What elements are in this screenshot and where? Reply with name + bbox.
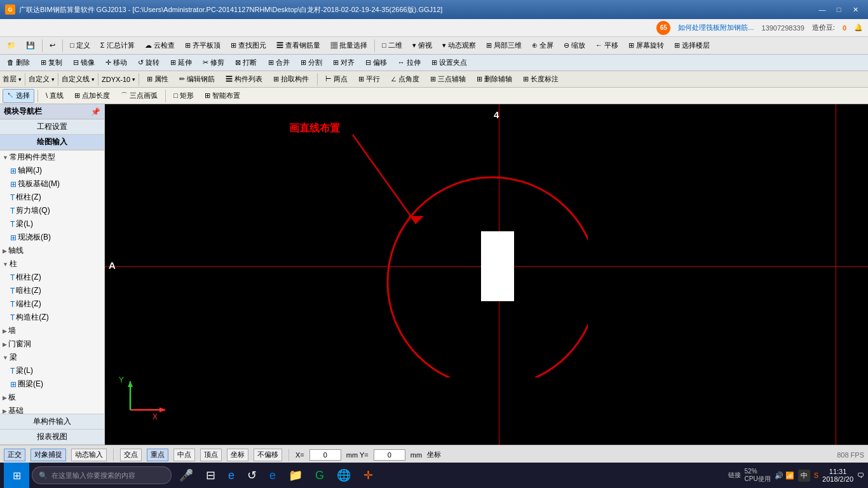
toolbar-batch-select[interactable]: ▦ 批量选择 [326, 39, 372, 53]
btn-properties[interactable]: ⊞ 属性 [142, 72, 173, 86]
btn-stretch[interactable]: ↔ 拉伸 [393, 56, 425, 70]
btn-delete[interactable]: 🗑 删除 [3, 56, 34, 70]
toolbar-define[interactable]: □ 定义 [65, 39, 95, 53]
toolbar-zoom[interactable]: ⊖ 缩放 [559, 39, 590, 53]
taskbar-folder[interactable]: 📁 [283, 464, 308, 487]
notification-text[interactable]: 如何处理筏板附加钢筋... [678, 23, 754, 32]
toolbar-calc[interactable]: Σ 汇总计算 [96, 39, 139, 53]
btn-break[interactable]: ⊠ 打断 [231, 56, 261, 70]
toolbar-fullscreen[interactable]: ⊕ 全屏 [527, 39, 558, 53]
sidebar-pin-icon[interactable]: 📌 [91, 107, 100, 116]
tree-section-wall[interactable]: ▶ 墙 [0, 324, 104, 337]
start-button[interactable]: ⊞ [4, 463, 29, 488]
toolbar-dynamic[interactable]: ▾ 动态观察 [438, 39, 480, 53]
tree-item-beam2[interactable]: T 梁(L) [0, 364, 104, 377]
btn-length-mark[interactable]: ⊞ 长度标注 [519, 72, 563, 86]
tree-item-struct-col[interactable]: T 构造柱(Z) [0, 311, 104, 324]
toolbar-rotate[interactable]: ⊞ 屏幕旋转 [624, 39, 668, 53]
btn-intersect[interactable]: 交点 [120, 449, 142, 461]
btn-draw-line[interactable]: \ 直线 [41, 89, 68, 103]
btn-select-mode[interactable]: ↖ 选择 [3, 89, 34, 103]
toolbar-local-3d[interactable]: ⊞ 局部三维 [482, 39, 526, 53]
toolbar-select-floor[interactable]: ⊞ 选择楼层 [670, 39, 714, 53]
tree-section-common[interactable]: ▼ 常用构件类型 [0, 151, 104, 164]
btn-parallel[interactable]: ⊞ 平行 [354, 72, 384, 86]
tree-section-doorwin[interactable]: ▶ 门窗洞 [0, 337, 104, 351]
taskbar-ie[interactable]: e [223, 464, 240, 487]
tree-item-hidden-col[interactable]: T 暗柱(Z) [0, 284, 104, 297]
btn-dynamic-input[interactable]: 动态输入 [71, 449, 107, 461]
btn-midpoint[interactable]: 中点 [173, 449, 195, 461]
toolbar-new[interactable]: 📁 [3, 39, 20, 53]
btn-single-component[interactable]: 单构件输入 [0, 414, 104, 430]
toolbar-save[interactable]: 💾 [22, 39, 39, 53]
bell-icon[interactable]: 🔔 [854, 24, 863, 32]
y-input[interactable] [374, 449, 405, 461]
toolbar-flat-top[interactable]: ⊞ 齐平板顶 [180, 39, 225, 53]
btn-move[interactable]: ✛ 移动 [101, 56, 132, 70]
btn-endpoint[interactable]: 重点 [147, 449, 168, 461]
toolbar-find-elem[interactable]: ⊞ 查找图元 [226, 39, 271, 53]
taskbar-app1[interactable]: ↺ [242, 464, 262, 487]
tree-section-axis[interactable]: ▶ 轴线 [0, 244, 104, 257]
tree-item-ring-beam[interactable]: ⊞ 圈梁(E) [0, 377, 104, 391]
btn-vertex[interactable]: 顶点 [200, 449, 222, 461]
btn-orthogonal[interactable]: 正交 [4, 449, 25, 461]
toolbar-undo[interactable]: ↩ [45, 39, 60, 53]
tree-item-end-col[interactable]: T 端柱(Z) [0, 297, 104, 311]
btn-rotate[interactable]: ↺ 旋转 [133, 56, 164, 70]
tree-section-slab[interactable]: ▶ 板 [0, 391, 104, 404]
tree-section-beam[interactable]: ▼ 梁 [0, 351, 104, 364]
btn-edit-rebar[interactable]: ✏ 编辑钢筋 [175, 72, 219, 86]
canvas-area[interactable]: 画直线布置 4 A X Y [105, 104, 868, 445]
tree-item-axis-network[interactable]: ⊞ 轴网(J) [0, 164, 104, 177]
toolbar-cloud-check[interactable]: ☁ 云检查 [140, 39, 179, 53]
btn-pick-component[interactable]: ⊞ 抬取构件 [269, 72, 313, 86]
btn-trim[interactable]: ✂ 修剪 [198, 56, 229, 70]
btn-no-offset[interactable]: 不偏移 [254, 449, 282, 461]
btn-report-view[interactable]: 报表视图 [0, 430, 104, 445]
btn-align[interactable]: ⊞ 对齐 [329, 56, 359, 70]
taskbar-edge[interactable]: e [264, 464, 281, 487]
tree-item-frame-col[interactable]: T 框柱(Z) [0, 191, 104, 204]
tree-item-beam[interactable]: T 梁(L) [0, 217, 104, 231]
btn-coord[interactable]: 坐标 [227, 449, 248, 461]
btn-split[interactable]: ⊞ 分割 [296, 56, 327, 70]
btn-three-pt-axis[interactable]: ⊞ 三点辅轴 [426, 72, 470, 86]
nav-draw-input[interactable]: 绘图输入 [0, 135, 104, 150]
toolbar-pan[interactable]: ← 平移 [591, 39, 623, 53]
toolbar-view-rebar[interactable]: ☰ 查看钢筋量 [272, 39, 325, 53]
btn-smart-place[interactable]: ⊞ 智能布置 [200, 89, 245, 103]
minimize-button[interactable]: — [815, 3, 830, 16]
btn-copy[interactable]: ⊞ 复制 [36, 56, 67, 70]
btn-set-grip[interactable]: ⊞ 设置夹点 [427, 56, 471, 70]
taskbar-task-view[interactable]: ⊟ [201, 464, 220, 487]
tree-section-foundation[interactable]: ▶ 基础 [0, 404, 104, 414]
tree-item-shear-wall[interactable]: T 剪力墙(Q) [0, 204, 104, 217]
taskbar-search[interactable]: 🔍 在这里输入你要搜索的内容 [32, 466, 172, 484]
btn-component-list[interactable]: ☰ 构件列表 [221, 72, 267, 86]
taskbar-ime[interactable]: 中 [798, 470, 810, 482]
nav-project-settings[interactable]: 工程设置 [0, 119, 104, 135]
btn-three-pt-arc[interactable]: ⌒ 三点画弧 [116, 89, 162, 103]
btn-merge[interactable]: ⊞ 合并 [264, 56, 294, 70]
btn-point-extend[interactable]: ⊞ 点加长度 [70, 89, 114, 103]
x-input[interactable] [309, 449, 341, 461]
close-button[interactable]: ✕ [848, 3, 863, 16]
toolbar-top-view[interactable]: ▾ 俯视 [408, 39, 437, 53]
taskbar-app2[interactable]: G [310, 464, 329, 487]
tree-item-slab[interactable]: ⊞ 现浇板(B) [0, 231, 104, 244]
tree-item-frame-col2[interactable]: T 框柱(Z) [0, 271, 104, 284]
btn-point-angle[interactable]: ∠ 点角度 [386, 72, 424, 86]
btn-mirror[interactable]: ⊟ 镜像 [69, 56, 99, 70]
tree-section-column[interactable]: ▼ 柱 [0, 257, 104, 271]
taskbar-app3[interactable]: 🌐 [332, 464, 356, 487]
btn-del-axis[interactable]: ⊞ 删除辅轴 [472, 72, 517, 86]
btn-two-points[interactable]: ⊢ 两点 [321, 72, 352, 86]
notification-btn[interactable]: 🗨 [857, 471, 864, 479]
btn-extend[interactable]: ⊞ 延伸 [166, 56, 196, 70]
toolbar-2d[interactable]: □ 二维 [377, 39, 407, 53]
btn-rectangle[interactable]: □ 矩形 [169, 89, 198, 103]
tree-item-raft[interactable]: ⊞ 筏板基础(M) [0, 177, 104, 191]
taskbar-app4[interactable]: ✛ [358, 464, 378, 487]
